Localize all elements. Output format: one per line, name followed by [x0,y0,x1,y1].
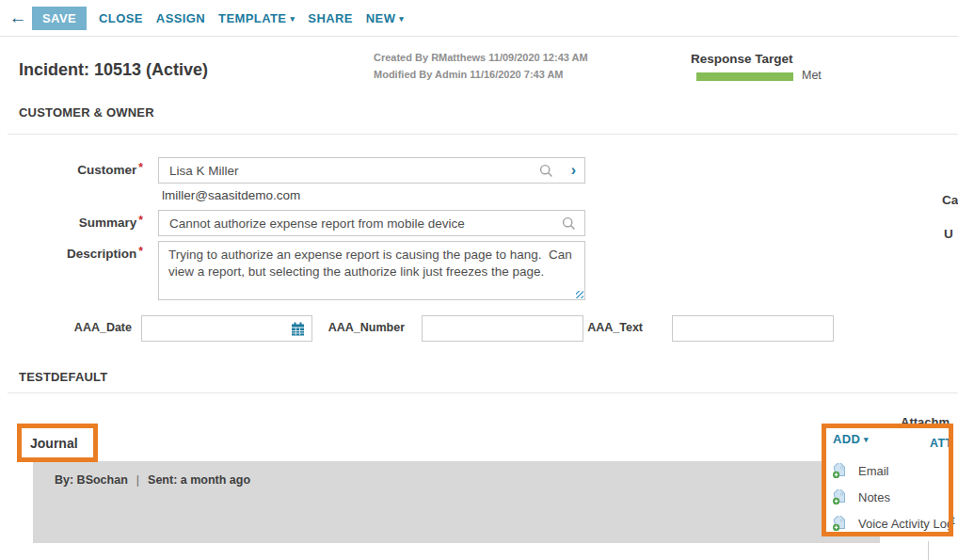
column-divider [928,541,929,560]
menu-item-label: Email [858,464,889,478]
aaa-date-field-box [141,315,312,342]
resize-grip-icon[interactable] [576,291,583,298]
required-marker: * [138,245,143,258]
cutoff-attachment-label: Attachm [901,415,950,429]
save-button[interactable]: SAVE [32,7,87,30]
journal-entry-by: By: BSochan [55,473,128,487]
summary-field-box [158,210,585,236]
journal-entry-sent: Sent: a month ago [148,473,250,487]
summary-label-text: Summary [79,216,137,230]
add-menu-item-voice-activity-log[interactable]: Voice Activity Log [832,516,953,532]
customer-email: lmiller@saasitdemo.com [162,188,300,202]
add-label-text: ADD [833,432,860,446]
calendar-icon[interactable] [291,322,305,336]
created-by-text: Created By RMatthews 11/09/2020 12:43 AM [374,52,588,63]
chevron-down-icon: ▾ [399,14,404,24]
modified-by-text: Modified By Admin 11/16/2020 7:43 AM [374,69,564,80]
journal-entry-row[interactable]: By: BSochan | Sent: a month ago [33,461,880,543]
section-testdefault: TESTDEFAULT [19,370,107,384]
section-customer-owner: CUSTOMER & OWNER [19,105,154,120]
cutoff-label-ca: Ca [942,193,958,207]
new-label: NEW [366,11,396,25]
aaa-text-field-box [672,315,834,342]
add-menu-button[interactable]: ADD▾ [833,432,869,446]
summary-label: Summary* [19,216,143,230]
attach-button-cutoff[interactable]: ATTA [930,437,949,450]
description-textarea[interactable]: Trying to authorize an expense report is… [159,242,584,299]
response-target-status: Met [802,69,822,82]
menu-item-label: Notes [858,490,890,504]
tag-add-icon [832,463,848,479]
search-icon[interactable] [562,216,576,231]
description-label: Description* [19,247,143,261]
divider [8,392,958,393]
summary-input[interactable] [159,211,584,235]
customer-label: Customer* [19,163,143,177]
customer-field-box: › [158,157,585,184]
open-record-chevron-icon[interactable]: › [571,163,576,178]
add-menu-item-email[interactable]: Email [832,463,889,479]
customer-input[interactable] [159,158,584,183]
chevron-down-icon: ▾ [864,435,869,444]
back-icon[interactable]: ← [4,8,32,28]
aaa-number-label: AAA_Number [311,321,405,334]
journal-title-highlight-box: Journal [17,424,98,462]
new-menu-button[interactable]: NEW▾ [359,7,410,30]
assign-button[interactable]: ASSIGN [150,7,212,30]
aaa-text-label: AAA_Text [536,321,643,334]
aaa-date-input[interactable] [142,316,311,341]
description-label-text: Description [67,247,136,261]
divider [8,134,958,135]
page-title: Incident: 10513 (Active) [19,60,208,80]
description-field-box: Trying to authorize an expense report is… [158,241,585,300]
close-button[interactable]: CLOSE [92,7,150,30]
aaa-date-label: AAA_Date [19,321,132,334]
journal-entry-separator: | [136,473,139,487]
menu-item-label: Voice Activity Log [858,517,953,531]
share-button[interactable]: SHARE [301,7,359,30]
add-menu-item-notes[interactable]: Notes [832,489,890,505]
tag-add-icon [832,489,848,505]
journal-title: Journal [30,436,78,451]
response-target-progress-bar [696,72,793,81]
toolbar: ← SAVE CLOSE ASSIGN TEMPLATE▾ SHARE NEW▾ [0,0,958,37]
customer-label-text: Customer [77,163,136,177]
cutoff-label-u: U [944,227,953,241]
chevron-down-icon: ▾ [290,14,295,24]
aaa-text-input[interactable] [673,316,833,341]
journal-entry-header: By: BSochan | Sent: a month ago [55,473,250,487]
required-marker: * [138,161,143,174]
tag-add-icon [832,516,848,532]
template-menu-button[interactable]: TEMPLATE▾ [212,7,301,30]
search-icon[interactable] [539,164,553,178]
template-label: TEMPLATE [218,11,286,25]
required-marker: * [138,214,143,227]
response-target-label: Response Target [691,52,793,66]
